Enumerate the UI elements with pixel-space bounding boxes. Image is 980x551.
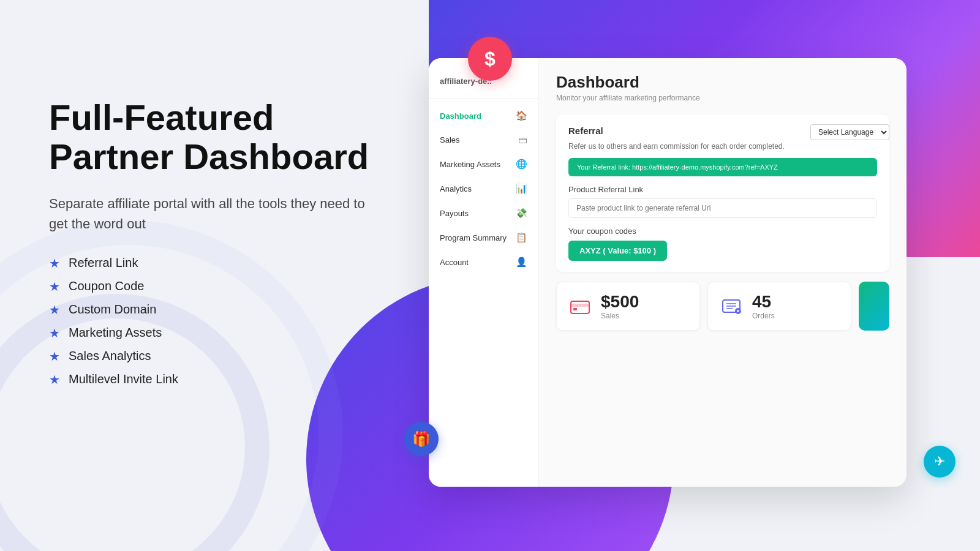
language-selector-wrapper[interactable]: Select Language English Spanish French	[810, 124, 889, 140]
star-icon: ★	[49, 279, 60, 294]
page-title: Dashboard	[556, 73, 889, 92]
sidebar-item-payouts[interactable]: Payouts 💸	[429, 201, 538, 225]
stat-card-orders: 45 Orders	[707, 282, 851, 331]
dashboard-card: affiliatery-de.. Dashboard 🏠 Sales 🗃 Mar…	[429, 58, 907, 487]
orders-stat-icon	[719, 294, 744, 318]
feature-item: ★Custom Domain	[49, 302, 380, 317]
referral-description: Refer us to others and earn commission f…	[568, 142, 877, 151]
hero-subtitle: Separate affiliate portal with all the t…	[49, 193, 368, 234]
send-badge: ✈	[924, 446, 956, 478]
language-select[interactable]: Select Language English Spanish French	[810, 124, 889, 140]
feature-item: ★Coupon Code	[49, 279, 380, 294]
hero-title: Full-Featured Partner Dashboard	[49, 98, 380, 176]
account-icon: 👤	[516, 257, 527, 268]
sales-value: $500	[601, 292, 639, 312]
sidebar-item-marketing-assets[interactable]: Marketing Assets 🌐	[429, 152, 538, 176]
product-link-label: Product Referral Link	[568, 185, 877, 194]
star-icon: ★	[49, 349, 60, 364]
star-icon: ★	[49, 372, 60, 387]
feature-item: ★Referral Link	[49, 256, 380, 271]
main-content: Select Language English Spanish French D…	[539, 58, 907, 487]
coupon-label: Your coupon codes	[568, 227, 877, 236]
home-icon: 🏠	[516, 110, 527, 121]
assets-icon: 🌐	[516, 159, 527, 170]
sidebar-item-sales[interactable]: Sales 🗃	[429, 128, 538, 152]
sales-stat-info: $500 Sales	[601, 292, 639, 320]
sales-stat-icon	[568, 294, 592, 318]
star-icon: ★	[49, 326, 60, 340]
svg-rect-1	[571, 304, 589, 307]
orders-stat-info: 45 Orders	[752, 292, 775, 320]
star-icon: ★	[49, 256, 60, 271]
page-subtitle: Monitor your affiliate marketing perform…	[556, 94, 889, 102]
orders-value: 45	[752, 292, 775, 312]
left-panel: Full-Featured Partner Dashboard Separate…	[0, 0, 417, 551]
sales-icon: 🗃	[518, 135, 527, 145]
product-link-input[interactable]	[568, 198, 877, 218]
sidebar-item-account[interactable]: Account 👤	[429, 250, 538, 274]
analytics-icon: 📊	[516, 183, 527, 194]
gift-badge: 🎁	[404, 422, 439, 456]
dollar-badge: $	[468, 37, 512, 81]
svg-rect-0	[571, 301, 589, 313]
page-header: Dashboard Monitor your affiliate marketi…	[556, 73, 889, 102]
feature-item: ★Sales Analytics	[49, 349, 380, 364]
stat-card-sales: $500 Sales	[556, 282, 700, 331]
sidebar: affiliatery-de.. Dashboard 🏠 Sales 🗃 Mar…	[429, 58, 539, 487]
orders-label: Orders	[752, 312, 775, 320]
sidebar-item-program-summary[interactable]: Program Summary 📋	[429, 225, 538, 250]
payouts-icon: 💸	[516, 208, 527, 219]
feature-list: ★Referral Link★Coupon Code★Custom Domain…	[49, 256, 380, 387]
referral-link-box[interactable]: Your Referral link: https://affiliatery-…	[568, 158, 877, 176]
stat-card-partial	[859, 282, 889, 331]
star-icon: ★	[49, 302, 60, 317]
summary-icon: 📋	[516, 232, 527, 243]
stats-row: $500 Sales 45	[556, 282, 889, 331]
sidebar-item-dashboard[interactable]: Dashboard 🏠	[429, 103, 538, 128]
sales-label: Sales	[601, 312, 639, 320]
feature-item: ★Multilevel Invite Link	[49, 372, 380, 387]
sidebar-item-analytics[interactable]: Analytics 📊	[429, 176, 538, 201]
svg-rect-2	[573, 308, 577, 310]
coupon-badge[interactable]: AXYZ ( Value: $100 )	[568, 241, 667, 261]
feature-item: ★Marketing Assets	[49, 326, 380, 340]
